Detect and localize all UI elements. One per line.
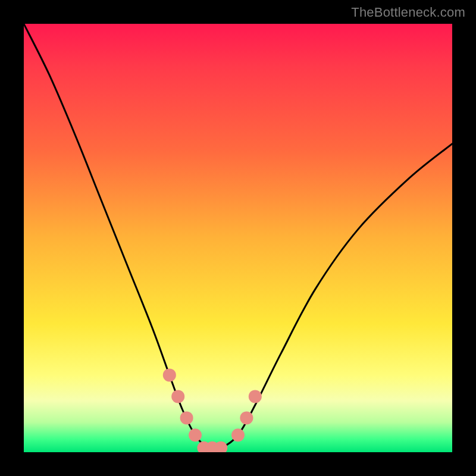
highlight-point xyxy=(171,390,184,403)
highlight-point xyxy=(249,390,262,403)
highlight-point xyxy=(231,428,245,441)
bottleneck-curve xyxy=(24,24,452,450)
highlight-markers xyxy=(163,368,262,452)
highlight-point xyxy=(180,411,193,424)
chart-frame: TheBottleneck.com xyxy=(0,0,476,476)
watermark-text: TheBottleneck.com xyxy=(351,5,465,20)
plot-area xyxy=(24,24,452,452)
highlight-point xyxy=(189,428,202,441)
highlight-point xyxy=(240,411,253,424)
highlight-point xyxy=(163,368,176,381)
curve-layer xyxy=(24,24,452,452)
